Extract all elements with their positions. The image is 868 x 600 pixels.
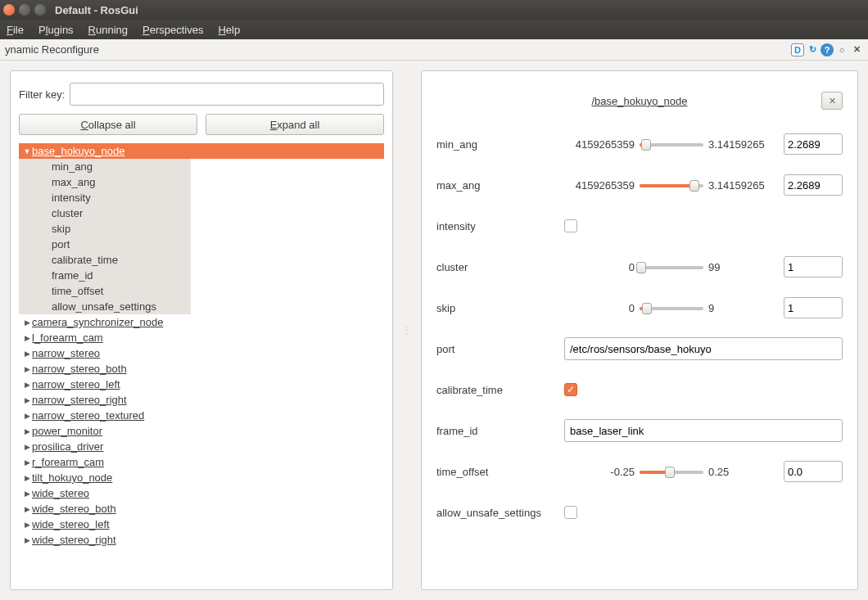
tree-node[interactable]: ▶l_forearm_cam — [19, 330, 384, 345]
param-row-calibrate_time: calibrate_time — [436, 369, 843, 410]
window-minimize-button[interactable] — [19, 4, 30, 16]
window-maximize-button[interactable] — [34, 4, 46, 16]
param-slider[interactable] — [640, 141, 703, 147]
tree-leaf[interactable]: calibrate_time — [19, 252, 191, 268]
param-label: frame_id — [436, 425, 559, 437]
param-checkbox[interactable] — [564, 383, 577, 396]
param-value-input[interactable] — [784, 174, 843, 196]
param-slider[interactable] — [640, 264, 703, 270]
tree-leaf[interactable]: max_ang — [19, 174, 191, 190]
tree-node[interactable]: ▶narrow_stereo_left — [19, 377, 384, 392]
param-slider[interactable] — [640, 182, 703, 188]
tree-node[interactable]: ▶wide_stereo_both — [19, 501, 384, 517]
filter-label: Filter key: — [19, 88, 65, 101]
pane-divider[interactable]: ⋮ — [403, 70, 411, 590]
param-value-input[interactable] — [784, 297, 843, 318]
param-slider[interactable] — [640, 305, 703, 311]
titlebar: Default - RosGui — [0, 0, 868, 20]
node-tree[interactable]: ▼base_hokuyo_nodemin_angmax_angintensity… — [19, 143, 384, 578]
menu-file[interactable]: File — [7, 24, 24, 36]
window-close-button[interactable] — [3, 4, 15, 16]
tree-node[interactable]: ▶camera_synchronizer_node — [19, 314, 384, 330]
tree-node[interactable]: ▶narrow_stereo — [19, 345, 384, 361]
param-row-time_offset: time_offset-0.250.25 — [436, 451, 843, 492]
tree-node[interactable]: ▶wide_stereo_left — [19, 517, 384, 532]
window-title: Default - RosGui — [55, 4, 138, 16]
tree-leaf[interactable]: time_offset — [19, 283, 191, 299]
param-row-max_ang: max_ang41592653593.14159265 — [436, 165, 843, 205]
param-checkbox[interactable] — [564, 219, 577, 232]
tree-node[interactable]: ▶narrow_stereo_right — [19, 392, 384, 408]
plugin-title: ynamic Reconfigure — [5, 43, 99, 56]
settings-icon[interactable]: ○ — [835, 43, 848, 56]
param-label: skip — [436, 302, 559, 314]
tree-leaf[interactable]: port — [19, 237, 191, 252]
menubar: File Plugins Running Perspectives Help — [0, 20, 868, 39]
tree-node[interactable]: ▶r_forearm_cam — [19, 454, 384, 470]
param-row-cluster: cluster099 — [436, 246, 843, 287]
tree-leaf[interactable]: skip — [19, 221, 191, 237]
collapse-all-button[interactable]: Collapse all — [19, 114, 197, 135]
tree-leaf[interactable]: min_ang — [19, 159, 191, 174]
param-max: 0.25 — [708, 466, 779, 478]
param-min: -0.25 — [564, 466, 635, 478]
filter-input[interactable] — [70, 83, 384, 106]
param-checkbox[interactable] — [564, 506, 577, 519]
param-min: 4159265359 — [564, 179, 635, 192]
reload-icon[interactable]: ↻ — [806, 43, 819, 56]
help-icon[interactable]: ? — [821, 43, 834, 56]
param-min: 0 — [564, 261, 635, 273]
tree-leaf[interactable]: frame_id — [19, 268, 191, 283]
param-row-port: port — [436, 328, 843, 369]
tree-leaf[interactable]: allow_unsafe_settings — [19, 299, 191, 314]
param-header: /base_hokuyo_node ✕ — [436, 83, 843, 119]
param-max: 99 — [708, 261, 779, 273]
param-label: allow_unsafe_settings — [436, 507, 559, 519]
param-value-input[interactable] — [784, 461, 843, 482]
expand-all-button[interactable]: Expand all — [206, 114, 384, 135]
dock-icon[interactable]: D — [791, 43, 804, 56]
menu-perspectives[interactable]: Perspectives — [142, 24, 203, 36]
main-content: Filter key: Collapse all Expand all ▼bas… — [0, 61, 868, 600]
button-row: Collapse all Expand all — [19, 114, 384, 135]
param-text-input[interactable] — [564, 419, 843, 442]
param-min: 0 — [564, 302, 635, 314]
tree-leaf[interactable]: intensity — [19, 190, 191, 205]
tree-node[interactable]: ▶prosilica_driver — [19, 439, 384, 454]
param-max: 3.14159265 — [708, 179, 779, 192]
close-plugin-icon[interactable]: ✕ — [850, 43, 863, 56]
param-rows: min_ang41592653593.14159265max_ang415926… — [436, 124, 843, 533]
tree-node[interactable]: ▶narrow_stereo_textured — [19, 408, 384, 423]
tree-leaf[interactable]: cluster — [19, 205, 191, 221]
tree-node[interactable]: ▶power_monitor — [19, 423, 384, 439]
param-text-input[interactable] — [564, 337, 843, 360]
param-row-skip: skip09 — [436, 287, 843, 328]
param-row-intensity: intensity — [436, 205, 843, 246]
plugin-header-actions: D ↻ ? ○ ✕ — [791, 43, 863, 56]
param-slider[interactable] — [640, 468, 703, 475]
menu-plugins[interactable]: Plugins — [38, 24, 74, 36]
param-label: port — [436, 343, 559, 355]
param-node-name: /base_hokuyo_node — [591, 95, 687, 107]
plugin-header: ynamic Reconfigure D ↻ ? ○ ✕ — [0, 39, 868, 61]
menu-help[interactable]: Help — [218, 24, 240, 36]
tree-node[interactable]: ▶wide_stereo — [19, 485, 384, 501]
tree-node[interactable]: ▶narrow_stereo_both — [19, 361, 384, 377]
param-max: 9 — [708, 302, 779, 314]
close-params-button[interactable]: ✕ — [821, 92, 843, 110]
param-value-input[interactable] — [784, 133, 843, 155]
param-label: cluster — [436, 261, 559, 273]
menu-running[interactable]: Running — [88, 24, 128, 36]
tree-node[interactable]: ▶tilt_hokuyo_node — [19, 470, 384, 485]
param-label: calibrate_time — [436, 384, 559, 396]
tree-node[interactable]: ▶wide_stereo_right — [19, 532, 384, 548]
param-value-input[interactable] — [784, 256, 843, 277]
tree-node-selected[interactable]: ▼base_hokuyo_node — [19, 143, 384, 159]
param-label: min_ang — [436, 138, 559, 151]
param-row-frame_id: frame_id — [436, 410, 843, 451]
param-min: 4159265359 — [564, 138, 635, 151]
param-label: time_offset — [436, 466, 559, 478]
param-panel: /base_hokuyo_node ✕ min_ang41592653593.1… — [421, 70, 858, 590]
node-tree-panel: Filter key: Collapse all Expand all ▼bas… — [10, 70, 393, 590]
param-label: max_ang — [436, 179, 559, 192]
